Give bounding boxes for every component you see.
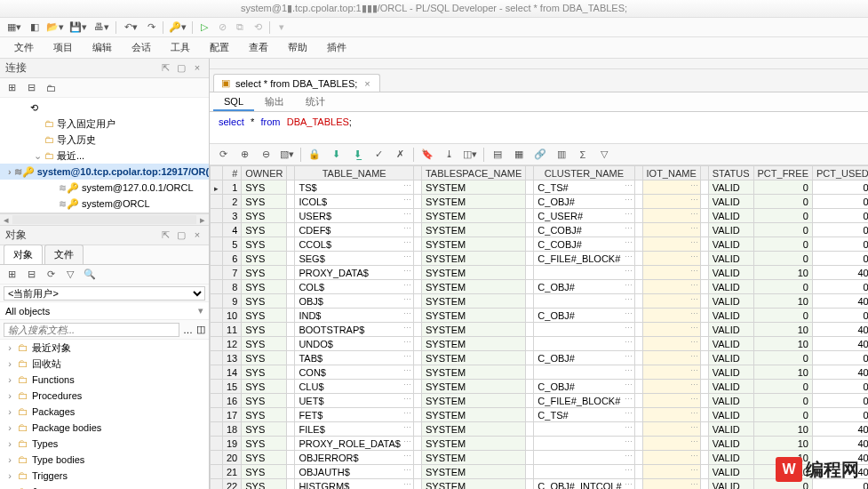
expand-icon[interactable]: ⊞ [4, 267, 20, 283]
tree-item[interactable]: ⟲ [0, 100, 209, 116]
table-cell[interactable] [700, 408, 708, 422]
table-cell[interactable]: VALID [708, 394, 753, 408]
table-cell[interactable]: 2 [223, 195, 242, 209]
table-cell[interactable]: ⋯ [287, 337, 295, 351]
table-cell[interactable] [634, 451, 642, 465]
linked-query-icon[interactable]: 🔗 [530, 146, 550, 164]
refresh-icon[interactable]: ⟳ [213, 146, 233, 164]
table-row[interactable]: 15SYS⋯CLU$⋯SYSTEM⋯C_OBJ#⋯⋯VALID000 [211, 380, 869, 394]
table-cell[interactable]: SYSTEM [421, 195, 525, 209]
table-cell[interactable] [700, 195, 708, 209]
table-cell[interactable]: VALID [708, 294, 753, 309]
table-cell[interactable]: TS$⋯ [295, 180, 414, 195]
table-cell[interactable] [211, 323, 223, 337]
table-cell[interactable] [634, 180, 642, 195]
table-cell[interactable]: C_USER#⋯ [534, 209, 634, 223]
table-row[interactable]: 22SYS⋯HISTGRM$⋯SYSTEM⋯C_OBJ#_INTCOL#⋯⋯VA… [211, 479, 869, 490]
table-cell[interactable]: ⋯ [287, 223, 295, 237]
undo-icon[interactable]: ↶▾ [120, 20, 141, 36]
table-cell[interactable]: ⋯ [642, 437, 700, 451]
table-cell[interactable]: 10 [753, 266, 812, 280]
table-cell[interactable] [211, 451, 223, 465]
table-cell[interactable]: ⋯ [526, 479, 534, 490]
table-cell[interactable]: 10 [223, 309, 242, 323]
table-cell[interactable] [211, 237, 223, 252]
table-cell[interactable]: ⋯ [642, 280, 700, 294]
table-cell[interactable] [211, 337, 223, 351]
table-cell[interactable]: FILE$⋯ [295, 422, 414, 437]
menu-item[interactable]: 配置 [201, 38, 238, 57]
table-cell[interactable] [700, 294, 708, 309]
table-cell[interactable]: ⋯ [287, 195, 295, 209]
table-cell[interactable]: SYSTEM [421, 479, 525, 490]
table-cell[interactable]: ⋯ [642, 394, 700, 408]
table-cell[interactable] [634, 280, 642, 294]
table-cell[interactable]: ⋯ [642, 422, 700, 437]
table-cell[interactable]: ⋯ [534, 266, 634, 280]
table-cell[interactable] [700, 309, 708, 323]
table-cell[interactable]: 17 [223, 408, 242, 422]
tree-item[interactable]: ⌄🗀最近... [0, 148, 209, 164]
table-cell[interactable]: SYSTEM [421, 408, 525, 422]
dropdown-icon[interactable]: ◫ [196, 324, 205, 335]
table-cell[interactable]: SYSTEM [421, 280, 525, 294]
table-cell[interactable]: ⋯ [287, 394, 295, 408]
chevron-down-icon[interactable]: ▾ [198, 305, 203, 317]
table-cell[interactable]: SYSTEM [421, 465, 525, 479]
table-cell[interactable]: 0 [753, 252, 812, 266]
table-cell[interactable] [700, 422, 708, 437]
object-search-input[interactable] [4, 323, 179, 337]
table-cell[interactable]: SYSTEM [421, 309, 525, 323]
table-cell[interactable] [700, 252, 708, 266]
menu-item[interactable]: 工具 [162, 38, 199, 57]
table-cell[interactable]: 0 [812, 237, 868, 252]
table-row[interactable]: 18SYS⋯FILE$⋯SYSTEM⋯⋯⋯VALID10401 [211, 422, 869, 437]
table-cell[interactable]: C_COBJ#⋯ [534, 237, 634, 252]
table-cell[interactable]: ⋯ [642, 252, 700, 266]
column-header[interactable] [526, 166, 534, 180]
table-cell[interactable]: IND$⋯ [295, 309, 414, 323]
object-tree-item[interactable]: ›🗀最近对象 [0, 340, 209, 356]
table-cell[interactable]: VALID [708, 479, 753, 490]
table-cell[interactable]: 0 [812, 280, 868, 294]
table-cell[interactable]: 0 [812, 180, 868, 195]
sql-tab[interactable]: ▣ select * from DBA_TABLES; × [213, 74, 380, 92]
filter-icon[interactable]: ▽ [594, 146, 614, 164]
table-cell[interactable]: ⋯ [287, 380, 295, 394]
table-cell[interactable]: VALID [708, 209, 753, 223]
open-file-icon[interactable]: 📂▾ [44, 20, 66, 36]
table-cell[interactable]: ⋯ [642, 180, 700, 195]
table-cell[interactable]: OBJERROR$⋯ [295, 451, 414, 465]
table-cell[interactable] [413, 451, 421, 465]
table-cell[interactable]: ⋯ [534, 437, 634, 451]
table-cell[interactable] [211, 422, 223, 437]
table-cell[interactable]: ⋯ [526, 465, 534, 479]
table-cell[interactable] [413, 365, 421, 380]
table-cell[interactable]: ⋯ [534, 465, 634, 479]
table-cell[interactable] [211, 394, 223, 408]
table-cell[interactable]: SYS [242, 437, 287, 451]
table-cell[interactable]: ⋯ [287, 451, 295, 465]
table-cell[interactable]: SYSTEM [421, 266, 525, 280]
table-cell[interactable]: 0 [753, 394, 812, 408]
close-tab-icon[interactable]: × [362, 78, 371, 89]
table-cell[interactable]: ⋯ [642, 479, 700, 490]
table-cell[interactable]: SYS [242, 252, 287, 266]
object-tree-item[interactable]: ›🗀Triggers [0, 468, 209, 484]
new-file-icon[interactable]: ▦▾ [4, 20, 25, 36]
table-cell[interactable]: ▸ [211, 180, 223, 195]
table-row[interactable]: 10SYS⋯IND$⋯SYSTEM⋯C_OBJ#⋯⋯VALID000 [211, 309, 869, 323]
table-cell[interactable]: 13 [223, 351, 242, 365]
table-cell[interactable] [211, 280, 223, 294]
sql-subtab[interactable]: SQL [213, 93, 254, 111]
table-cell[interactable]: ⋯ [642, 465, 700, 479]
table-cell[interactable]: 10 [753, 422, 812, 437]
all-objects-row[interactable]: All objects ▾ [0, 302, 209, 320]
table-row[interactable]: 12SYS⋯UNDO$⋯SYSTEM⋯⋯⋯VALID10401 [211, 337, 869, 351]
table-cell[interactable]: ICOL$⋯ [295, 195, 414, 209]
print-icon[interactable]: 🖶▾ [91, 20, 112, 36]
table-cell[interactable]: 4 [223, 223, 242, 237]
table-cell[interactable]: 15 [223, 380, 242, 394]
table-cell[interactable]: SYS [242, 351, 287, 365]
sql-editor[interactable]: select * from DBA_TABLES; [210, 112, 868, 144]
